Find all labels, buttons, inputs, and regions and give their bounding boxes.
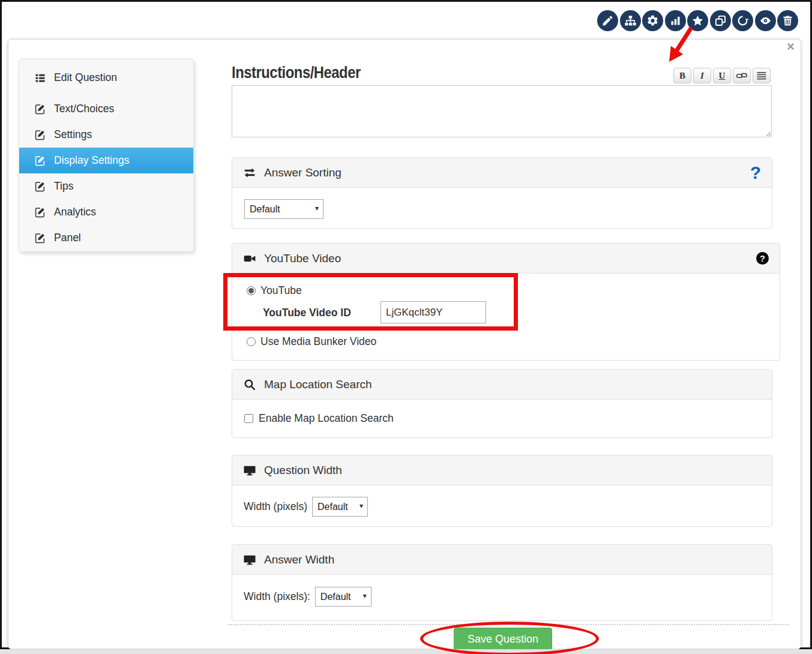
answer-width-label: Width (pixels): [244, 590, 310, 603]
answer-width-title: Answer Width [264, 553, 334, 566]
save-question-button[interactable]: Save Question [454, 628, 552, 650]
youtube-video-panel: YouTube Video ? YouTube YouTube Video ID… [232, 243, 780, 361]
answer-width-header: Answer Width [232, 545, 772, 575]
youtube-video-title: YouTube Video [264, 252, 341, 265]
sitemap-icon[interactable] [620, 10, 641, 31]
media-bunker-radio[interactable] [247, 337, 256, 346]
map-search-title: Map Location Search [264, 378, 372, 391]
sort-select-wrap: Default [244, 199, 323, 219]
edit-icon [34, 103, 46, 115]
bar-chart-icon[interactable] [665, 10, 686, 31]
star-icon[interactable] [687, 10, 708, 31]
question-width-label: Width (pixels) [244, 500, 307, 513]
question-width-select[interactable]: Default [312, 497, 368, 517]
sidebar-item-text-choices[interactable]: Text/Choices [19, 96, 193, 122]
close-icon[interactable]: × [787, 40, 795, 53]
frame-bottom-strip [0, 649, 812, 654]
video-id-label: YouTube Video ID [263, 307, 351, 319]
sidebar: Edit QuestionText/ChoicesSettingsDisplay… [19, 59, 194, 252]
screenshot-frame: × Edit QuestionText/ChoicesSettingsDispl… [0, 0, 812, 649]
media-bunker-radio-row: Use Media Bunker Video [247, 335, 376, 348]
underline-button[interactable]: U [713, 68, 731, 83]
exchange-icon [243, 166, 256, 179]
instructions-textarea[interactable] [232, 85, 772, 137]
eye-icon[interactable] [755, 10, 776, 31]
sidebar-item-analytics[interactable]: Analytics [19, 199, 193, 225]
video-camera-icon [243, 252, 256, 265]
link-button[interactable] [733, 68, 751, 83]
sidebar-item-edit-question[interactable]: Edit Question [19, 65, 193, 91]
question-width-header: Question Width [232, 455, 772, 485]
desktop-icon [243, 464, 256, 477]
answer-sorting-select[interactable]: Default [244, 199, 323, 219]
help-circle-icon[interactable]: ? [756, 252, 769, 265]
refresh-icon[interactable] [732, 10, 753, 31]
map-search-panel: Map Location Search Enable Map Location … [232, 369, 772, 438]
sidebar-item-label: Display Settings [54, 154, 129, 167]
enable-map-search-label: Enable Map Location Search [259, 412, 394, 425]
youtube-radio[interactable] [247, 286, 256, 295]
sidebar-item-label: Edit Question [54, 71, 117, 84]
media-bunker-radio-label: Use Media Bunker Video [260, 335, 376, 348]
sidebar-item-label: Panel [54, 232, 81, 244]
help-icon[interactable]: ? [750, 164, 761, 182]
answer-sorting-header: Answer Sorting ? [232, 158, 772, 188]
answer-width-select[interactable]: Default [315, 587, 371, 607]
answer-sorting-title: Answer Sorting [264, 166, 341, 179]
sidebar-item-label: Analytics [54, 206, 96, 218]
youtube-radio-row: YouTube [247, 284, 302, 297]
richtext-toolbar: BIU [673, 68, 771, 83]
answer-sorting-panel: Answer Sorting ? Default [232, 157, 772, 229]
map-search-row: Enable Map Location Search [244, 412, 394, 425]
answer-width-row: Width (pixels): Default [244, 587, 371, 607]
question-width-title: Question Width [264, 464, 342, 477]
video-id-input[interactable] [380, 301, 486, 323]
edit-icon [34, 206, 46, 218]
sidebar-item-settings[interactable]: Settings [19, 122, 193, 148]
map-search-header: Map Location Search [232, 370, 772, 400]
edit-icon [34, 129, 46, 141]
edit-icon [34, 155, 46, 167]
edit-icon [34, 232, 46, 244]
bold-button[interactable]: B [673, 68, 691, 83]
footer-divider [229, 624, 789, 625]
justify-button[interactable] [753, 68, 771, 83]
answer-width-panel: Answer Width Width (pixels): Default [232, 544, 772, 621]
search-icon [243, 378, 256, 391]
sidebar-item-panel[interactable]: Panel [19, 225, 193, 251]
sidebar-item-tips[interactable]: Tips [19, 173, 193, 199]
page-title: Instructions/Header [232, 64, 361, 82]
list-icon [34, 72, 46, 84]
sidebar-item-label: Tips [54, 180, 73, 193]
edit-icon [34, 181, 46, 193]
enable-map-search-checkbox[interactable] [244, 414, 253, 423]
youtube-radio-label: YouTube [260, 284, 302, 297]
sidebar-item-display-settings[interactable]: Display Settings [19, 148, 193, 173]
gear-icon[interactable] [642, 10, 663, 31]
question-action-toolbar [597, 10, 798, 31]
question-width-row: Width (pixels) Default [244, 497, 368, 517]
clone-icon[interactable] [710, 10, 731, 31]
question-width-panel: Question Width Width (pixels) Default [232, 455, 772, 527]
sidebar-item-label: Text/Choices [54, 103, 114, 115]
sidebar-item-label: Settings [54, 128, 92, 141]
pencil-icon[interactable] [597, 10, 618, 31]
desktop-icon [243, 553, 256, 566]
italic-button[interactable]: I [693, 68, 711, 83]
trash-icon[interactable] [777, 10, 798, 31]
youtube-video-header: YouTube Video ? [232, 244, 780, 274]
